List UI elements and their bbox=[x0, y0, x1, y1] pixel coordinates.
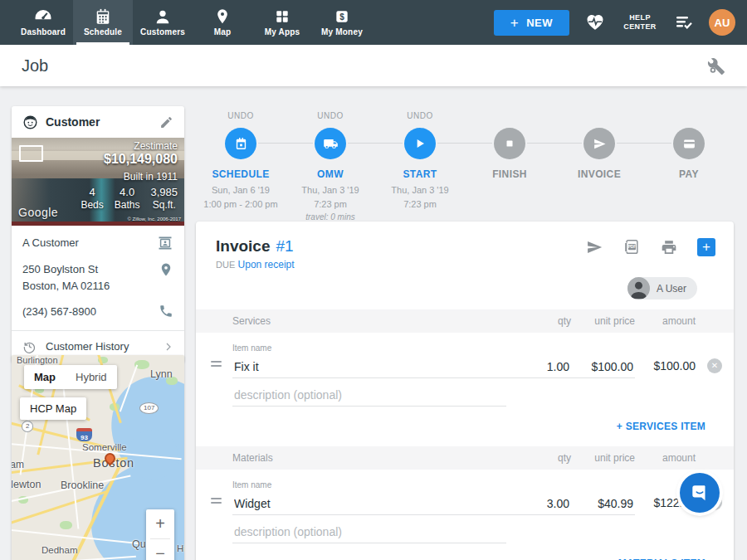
start-step-button[interactable] bbox=[404, 128, 436, 159]
map-pin-icon bbox=[214, 8, 231, 25]
unit-price-input[interactable] bbox=[571, 355, 635, 378]
drag-handle-icon[interactable] bbox=[211, 498, 227, 504]
qty-header: qty bbox=[506, 315, 571, 327]
map-type-hybrid-button[interactable]: Hybrid bbox=[66, 365, 117, 389]
due-value-link[interactable]: Upon receipt bbox=[238, 259, 295, 270]
calendar-icon bbox=[234, 137, 248, 151]
step-dates: Thu, Jan 3 '19 7:23 pm travel: 0 mins bbox=[301, 183, 359, 223]
zoom-out-button[interactable]: − bbox=[146, 539, 174, 560]
page-title: Job bbox=[22, 56, 48, 75]
nav-item-my-apps[interactable]: My Apps bbox=[252, 0, 312, 45]
sqft-label: Sq.ft. bbox=[150, 199, 178, 211]
customer-address-row: 250 Boylston St Boston, MA 02116 bbox=[22, 261, 173, 294]
wrench-gear-icon[interactable] bbox=[706, 56, 725, 75]
nav-item-customers[interactable]: Customers bbox=[133, 0, 193, 45]
description-input[interactable] bbox=[232, 383, 506, 407]
speedometer-icon bbox=[33, 8, 53, 25]
hcp-map-button[interactable]: HCP Map bbox=[20, 397, 86, 420]
tasks-check-icon[interactable] bbox=[674, 14, 694, 31]
customer-address: 250 Boylston St Boston, MA 02116 bbox=[22, 261, 110, 294]
address-line1: 250 Boylston St bbox=[22, 263, 98, 275]
property-stats: 4Beds 4.0Baths 3,985Sq.ft. bbox=[81, 186, 178, 211]
qty-input[interactable] bbox=[506, 355, 571, 378]
customer-card: Customer Zestimate $10,149,080 Built in … bbox=[12, 106, 184, 363]
route-shield-107: 107 bbox=[139, 402, 159, 414]
item-name-input[interactable] bbox=[232, 355, 506, 378]
services-section-header: Services qty unit price amount bbox=[196, 309, 734, 333]
qty-header: qty bbox=[506, 452, 571, 464]
map-type-map-button[interactable]: Map bbox=[24, 365, 66, 389]
section-title: Services bbox=[227, 315, 506, 327]
add-materials-row: + MATERIALS ITEM bbox=[196, 543, 734, 560]
map-widget[interactable]: Burlington Lynn Somerville Waltham Bosto… bbox=[12, 355, 184, 560]
nav-item-my-money[interactable]: $ My Money bbox=[312, 0, 372, 45]
invoice-title: Invoice bbox=[216, 237, 270, 256]
undo-schedule-button[interactable]: UNDO bbox=[227, 111, 253, 122]
map-label: Brookline bbox=[61, 480, 104, 491]
map-label: Waltham bbox=[12, 459, 24, 470]
step-dates: Thu, Jan 3 '19 7:23 pm bbox=[391, 183, 448, 211]
assignee-chip[interactable]: A User bbox=[627, 277, 697, 299]
undo-omw-button[interactable]: UNDO bbox=[317, 111, 343, 122]
timeline-step-start: UNDO START Thu, Jan 3 '19 7:23 pm bbox=[375, 111, 465, 223]
map-label: Hingham bbox=[177, 543, 184, 553]
materials-section-header: Materials qty unit price amount bbox=[196, 446, 734, 470]
user-avatar[interactable]: AU bbox=[709, 9, 735, 36]
credit-card-icon[interactable] bbox=[673, 128, 705, 159]
help-center-label[interactable]: HELP CENTER bbox=[621, 13, 659, 32]
description-input[interactable] bbox=[232, 520, 506, 543]
omw-step-button[interactable] bbox=[315, 128, 346, 159]
send-icon[interactable] bbox=[585, 239, 603, 256]
finish-step-button[interactable] bbox=[494, 128, 525, 159]
printer-icon[interactable] bbox=[660, 239, 678, 256]
remove-item-icon[interactable]: ✕ bbox=[707, 358, 722, 373]
drag-handle-icon[interactable] bbox=[211, 361, 227, 367]
phone-icon[interactable] bbox=[159, 304, 173, 319]
content-area: Customer Zestimate $10,149,080 Built in … bbox=[0, 86, 747, 560]
material-description-row bbox=[196, 520, 734, 543]
step-label: FINISH bbox=[492, 168, 527, 180]
new-button[interactable]: + NEW bbox=[494, 10, 569, 36]
top-nav: Dashboard Schedule Customers Map My Apps… bbox=[0, 0, 747, 45]
face-icon bbox=[22, 114, 38, 130]
sqft-value: 3,985 bbox=[150, 186, 178, 198]
customer-phone-row: (234) 567-8900 bbox=[22, 304, 173, 320]
undo-start-button[interactable]: UNDO bbox=[407, 111, 432, 122]
customer-card-title: Customer bbox=[46, 115, 152, 129]
add-services-item-link[interactable]: + SERVICES ITEM bbox=[617, 421, 706, 432]
map-zoom-control: + − bbox=[146, 509, 174, 560]
location-pin-icon[interactable] bbox=[159, 261, 173, 278]
heart-pulse-icon[interactable] bbox=[584, 12, 606, 32]
qty-input[interactable] bbox=[506, 492, 571, 515]
beds-value: 4 bbox=[81, 186, 103, 198]
unit-price-input[interactable] bbox=[571, 492, 635, 515]
nav-label: My Apps bbox=[265, 27, 300, 37]
step-label: PAY bbox=[679, 168, 699, 180]
invoice-number[interactable]: #1 bbox=[276, 237, 293, 256]
chat-bubble-button[interactable] bbox=[680, 473, 720, 513]
customer-name: A Customer bbox=[22, 235, 79, 251]
nav-item-schedule[interactable]: Schedule bbox=[73, 0, 133, 45]
schedule-step-button[interactable] bbox=[225, 128, 256, 159]
map-label: Burlington bbox=[17, 355, 58, 365]
stop-icon bbox=[504, 138, 515, 149]
zoom-in-button[interactable]: + bbox=[146, 509, 174, 538]
timeline-step-omw: UNDO OMW Thu, Jan 3 '19 7:23 pm travel: … bbox=[286, 111, 375, 223]
street-view-frame-icon[interactable] bbox=[19, 145, 43, 162]
item-name-input[interactable] bbox=[232, 492, 506, 515]
send-icon[interactable] bbox=[583, 128, 615, 159]
pencil-icon[interactable] bbox=[159, 115, 173, 129]
step-label: SCHEDULE bbox=[212, 168, 269, 180]
contact-card-icon[interactable] bbox=[157, 235, 173, 251]
nav-item-map[interactable]: Map bbox=[193, 0, 252, 45]
truck-icon bbox=[323, 137, 339, 151]
photo-copyright: © Zillow, Inc. 2006-2017 bbox=[128, 217, 181, 222]
nav-label: Map bbox=[214, 27, 232, 37]
pdf-icon[interactable]: PDF bbox=[622, 238, 641, 256]
item-name-label: Item name bbox=[232, 480, 506, 489]
baths-value: 4.0 bbox=[115, 186, 140, 198]
calendar-icon bbox=[94, 8, 112, 25]
add-invoice-item-button[interactable]: + bbox=[697, 238, 715, 256]
nav-item-dashboard[interactable]: Dashboard bbox=[13, 0, 73, 45]
property-photo: Zestimate $10,149,080 Built in 1911 4Bed… bbox=[12, 138, 184, 226]
